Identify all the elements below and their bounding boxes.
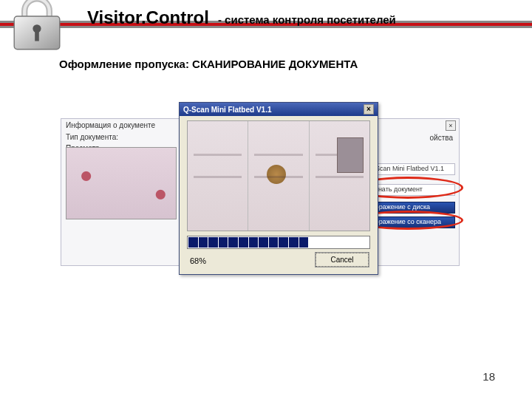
app-subtitle: - система контроля посетителей bbox=[218, 13, 396, 26]
progress-percent: 68% bbox=[190, 256, 206, 265]
dialog-title-bar[interactable]: Q-Scan Mini Flatbed V1.1 × bbox=[180, 103, 378, 116]
app-title: Visitor.Control bbox=[87, 7, 209, 28]
progress-segment bbox=[219, 237, 228, 248]
scan-preview bbox=[187, 120, 370, 231]
progress-segment bbox=[349, 237, 359, 248]
progress-segment bbox=[279, 237, 288, 248]
padlock-icon bbox=[6, 0, 68, 53]
dialog-title: Q-Scan Mini Flatbed V1.1 bbox=[183, 106, 271, 114]
scanner-select[interactable]: Q-Scan Mini Flatbed V1.1 bbox=[365, 163, 455, 175]
document-thumbnail bbox=[66, 147, 177, 219]
progress-bar bbox=[187, 236, 370, 249]
cancel-button[interactable]: Cancel bbox=[316, 253, 369, 267]
slide-section-title: Оформление пропуска: СКАНИРОВАНИЕ ДОКУМЕ… bbox=[59, 58, 358, 70]
progress-segment bbox=[309, 237, 318, 248]
scan-page-middle bbox=[248, 121, 309, 231]
progress-segment bbox=[259, 237, 268, 248]
close-icon[interactable]: × bbox=[364, 104, 374, 115]
properties-label: ойства bbox=[430, 134, 454, 142]
progress-segment bbox=[330, 237, 339, 248]
svg-rect-2 bbox=[35, 31, 39, 41]
progress-segment bbox=[289, 237, 299, 248]
progress-segment bbox=[359, 237, 369, 248]
progress-segment bbox=[228, 237, 238, 248]
close-panel-icon[interactable]: × bbox=[446, 120, 456, 131]
progress-segment bbox=[188, 237, 198, 248]
header-title-row: Visitor.Control - система контроля посет… bbox=[87, 7, 517, 28]
progress-segment bbox=[199, 237, 208, 248]
scan-page-right bbox=[310, 121, 369, 231]
progress-segment bbox=[299, 237, 309, 248]
emblem-icon bbox=[267, 165, 286, 184]
progress-segment bbox=[339, 237, 349, 248]
progress-segment bbox=[208, 237, 218, 248]
progress-segment bbox=[239, 237, 248, 248]
progress-segment bbox=[319, 237, 329, 248]
photo-placeholder bbox=[337, 137, 364, 173]
recognize-button[interactable]: познать документ bbox=[365, 184, 455, 196]
scan-page-left bbox=[188, 121, 248, 231]
progress-segment bbox=[249, 237, 259, 248]
scan-progress-dialog: Q-Scan Mini Flatbed V1.1 × 68% Cancel bbox=[179, 102, 378, 275]
page-number: 18 bbox=[482, 370, 495, 383]
progress-segment bbox=[269, 237, 279, 248]
